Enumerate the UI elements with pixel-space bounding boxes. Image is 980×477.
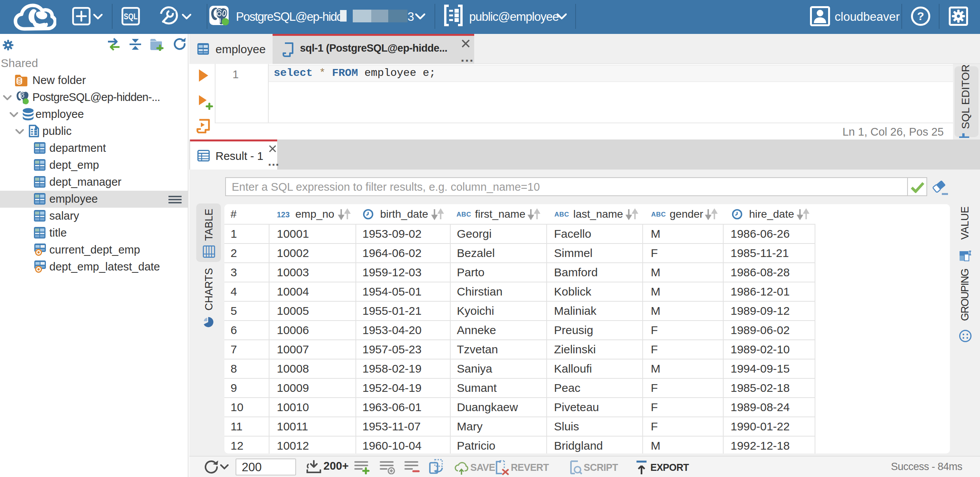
- svg-text:SQL: SQL: [124, 12, 138, 21]
- svg-text:?: ?: [917, 10, 924, 22]
